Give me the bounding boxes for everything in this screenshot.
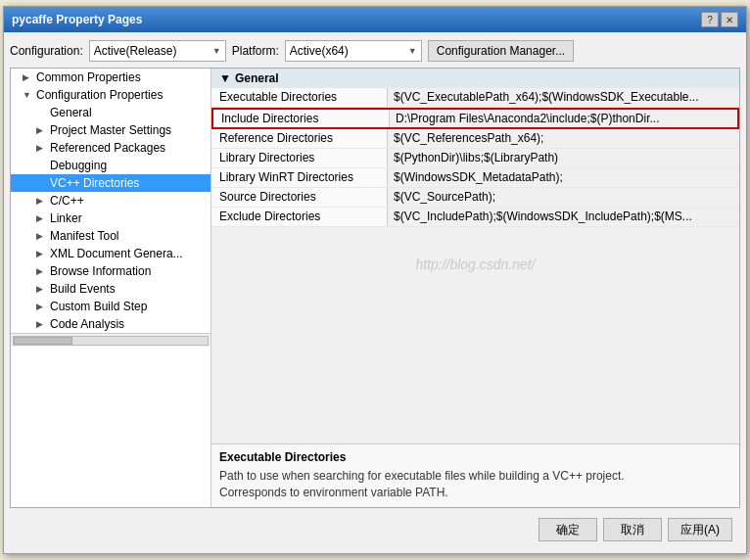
property-pages-window: pycaffe Property Pages ? ✕ Configuration… <box>3 6 747 554</box>
prop-value-1: D:\Program Files\Anaconda2\include;$(P)t… <box>390 110 737 127</box>
tree-item-vc-directories[interactable]: VC++ Directories <box>11 174 211 192</box>
tree-item-manifest-tool[interactable]: ▶Manifest Tool <box>11 227 211 245</box>
tree-label-project-master-settings: Project Master Settings <box>50 123 171 137</box>
tree-label-cpp: C/C++ <box>50 194 84 208</box>
config-manager-button[interactable]: Configuration Manager... <box>428 40 574 62</box>
prop-value-2: $(VC_ReferencesPath_x64); <box>388 129 739 148</box>
prop-value-6: $(VC_IncludePath);$(WindowsSDK_IncludePa… <box>388 208 739 226</box>
help-button[interactable]: ? <box>701 12 719 27</box>
footer-row: 确定 取消 应用(A) <box>10 512 740 547</box>
prop-value-4: $(WindowsSDK_MetadataPath); <box>388 168 739 187</box>
tree-label-build-events: Build Events <box>50 282 116 296</box>
cancel-button[interactable]: 取消 <box>603 518 662 541</box>
close-button[interactable]: ✕ <box>721 12 738 27</box>
tree-item-referenced-packages[interactable]: ▶Referenced Packages <box>11 139 211 157</box>
prop-name-5: Source Directories <box>211 188 388 207</box>
tree-label-manifest-tool: Manifest Tool <box>50 229 118 243</box>
tree-arrow-manifest-tool: ▶ <box>36 231 50 241</box>
tree-label-custom-build-step: Custom Build Step <box>50 300 147 313</box>
tree-item-project-master-settings[interactable]: ▶Project Master Settings <box>11 121 211 139</box>
bottom-info: Executable Directories Path to use when … <box>211 443 739 507</box>
config-value: Active(Release) <box>94 44 177 58</box>
title-bar: pycaffe Property Pages ? ✕ <box>4 7 746 32</box>
platform-dropdown[interactable]: Active(x64) ▼ <box>285 40 422 62</box>
prop-value-5: $(VC_SourcePath); <box>388 188 739 207</box>
window-title: pycaffe Property Pages <box>12 13 142 26</box>
prop-value-0: $(VC_ExecutablePath_x64);$(WindowsSDK_Ex… <box>388 88 739 107</box>
tree-label-linker: Linker <box>50 211 82 225</box>
tree-item-xml-document[interactable]: ▶XML Document Genera... <box>11 245 211 262</box>
tree-item-linker[interactable]: ▶Linker <box>11 210 211 227</box>
tree-label-vc-directories: VC++ Directories <box>50 176 139 190</box>
tree-label-configuration-properties: Configuration Properties <box>36 88 163 102</box>
tree-item-build-events[interactable]: ▶Build Events <box>11 280 211 298</box>
prop-row-3[interactable]: Library Directories$(PythonDir)\libs;$(L… <box>211 149 739 168</box>
bottom-info-text2: Corresponds to environment variable PATH… <box>219 485 731 501</box>
config-arrow: ▼ <box>212 46 221 56</box>
main-panel: ▶Common Properties▼Configuration Propert… <box>10 68 740 508</box>
left-panel: ▶Common Properties▼Configuration Propert… <box>11 69 211 507</box>
tree-arrow-xml-document: ▶ <box>36 249 50 258</box>
prop-name-4: Library WinRT Directories <box>211 168 388 187</box>
tree-arrow-configuration-properties: ▼ <box>23 90 36 100</box>
tree-label-browse-info: Browse Information <box>50 264 151 278</box>
tree-label-referenced-packages: Referenced Packages <box>50 141 165 155</box>
tree-item-browse-info[interactable]: ▶Browse Information <box>11 262 211 280</box>
properties-table: ▼ General Executable Directories$(VC_Exe… <box>211 69 739 443</box>
tree-arrow-browse-info: ▶ <box>36 266 50 276</box>
prop-row-4[interactable]: Library WinRT Directories$(WindowsSDK_Me… <box>211 168 739 188</box>
section-header: ▼ General <box>211 69 739 88</box>
tree-label-code-analysis: Code Analysis <box>50 317 124 331</box>
config-label: Configuration: <box>10 44 83 58</box>
tree-item-general[interactable]: General <box>11 104 211 121</box>
content-area: Configuration: Active(Release) ▼ Platfor… <box>4 32 746 553</box>
scroll-thumb[interactable] <box>14 337 72 345</box>
tree-arrow-cpp: ▶ <box>36 196 50 206</box>
horizontal-scrollbar[interactable] <box>11 333 211 347</box>
prop-value-3: $(PythonDir)\libs;$(LibraryPath) <box>388 149 739 167</box>
prop-name-3: Library Directories <box>211 149 388 167</box>
title-bar-buttons: ? ✕ <box>701 12 738 27</box>
section-title: General <box>235 71 279 85</box>
platform-value: Active(x64) <box>290 44 349 58</box>
tree-item-debugging[interactable]: Debugging <box>11 157 211 174</box>
apply-button[interactable]: 应用(A) <box>668 518 732 541</box>
tree-item-configuration-properties[interactable]: ▼Configuration Properties <box>11 86 211 104</box>
tree-arrow-linker: ▶ <box>36 213 50 223</box>
tree-item-custom-build-step[interactable]: ▶Custom Build Step <box>11 298 211 315</box>
prop-row-5[interactable]: Source Directories$(VC_SourcePath); <box>211 188 739 208</box>
tree-arrow-project-master-settings: ▶ <box>36 125 50 135</box>
prop-name-1: Include Directories <box>213 110 390 127</box>
tree-arrow-referenced-packages: ▶ <box>36 143 50 153</box>
prop-row-0[interactable]: Executable Directories$(VC_ExecutablePat… <box>211 88 739 108</box>
toolbar-row: Configuration: Active(Release) ▼ Platfor… <box>10 38 740 64</box>
bottom-info-title: Executable Directories <box>219 450 731 464</box>
tree-label-general: General <box>50 106 92 119</box>
ok-button[interactable]: 确定 <box>539 518 597 541</box>
scroll-track[interactable] <box>13 336 209 346</box>
prop-name-6: Exclude Directories <box>211 208 388 226</box>
tree-arrow-build-events: ▶ <box>36 284 50 294</box>
tree-label-common-properties: Common Properties <box>36 70 141 84</box>
prop-name-2: Reference Directories <box>211 129 388 148</box>
right-panel: ▼ General Executable Directories$(VC_Exe… <box>211 69 739 507</box>
tree-arrow-code-analysis: ▶ <box>36 319 50 329</box>
tree-item-common-properties[interactable]: ▶Common Properties <box>11 69 211 86</box>
tree-item-code-analysis[interactable]: ▶Code Analysis <box>11 315 211 333</box>
prop-name-0: Executable Directories <box>211 88 388 107</box>
tree-label-xml-document: XML Document Genera... <box>50 247 183 260</box>
tree-item-cpp[interactable]: ▶C/C++ <box>11 192 211 210</box>
tree-label-debugging: Debugging <box>50 159 107 172</box>
bottom-info-text1: Path to use when searching for executabl… <box>219 468 731 485</box>
collapse-icon: ▼ <box>219 71 231 85</box>
tree-arrow-custom-build-step: ▶ <box>36 302 50 311</box>
prop-row-6[interactable]: Exclude Directories$(VC_IncludePath);$(W… <box>211 208 739 227</box>
tree-arrow-common-properties: ▶ <box>23 72 36 82</box>
prop-row-1[interactable]: Include DirectoriesD:\Program Files\Anac… <box>211 108 739 129</box>
platform-arrow: ▼ <box>408 46 417 56</box>
platform-label: Platform: <box>232 44 279 58</box>
watermark: http://blog.csdn.net/ <box>211 227 739 302</box>
config-dropdown[interactable]: Active(Release) ▼ <box>89 40 226 62</box>
prop-row-2[interactable]: Reference Directories$(VC_ReferencesPath… <box>211 129 739 149</box>
